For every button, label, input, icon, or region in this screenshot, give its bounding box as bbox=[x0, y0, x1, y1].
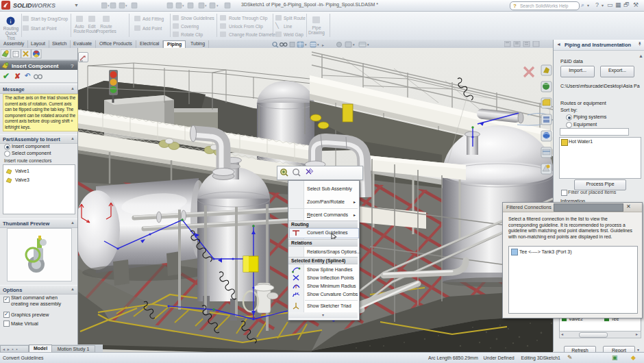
svg-text:▾: ▾ bbox=[305, 42, 307, 47]
svg-text:▾: ▾ bbox=[216, 3, 219, 8]
svg-text:▾: ▾ bbox=[353, 42, 355, 47]
svg-text:▾: ▾ bbox=[205, 3, 207, 8]
svg-text:▾: ▾ bbox=[108, 3, 110, 8]
svg-text:▾: ▾ bbox=[182, 3, 184, 8]
svg-text:▾: ▾ bbox=[367, 42, 369, 47]
svg-text:▾: ▾ bbox=[317, 42, 319, 47]
svg-text:▾: ▾ bbox=[125, 3, 127, 8]
svg-text:▸: ▸ bbox=[322, 43, 324, 47]
